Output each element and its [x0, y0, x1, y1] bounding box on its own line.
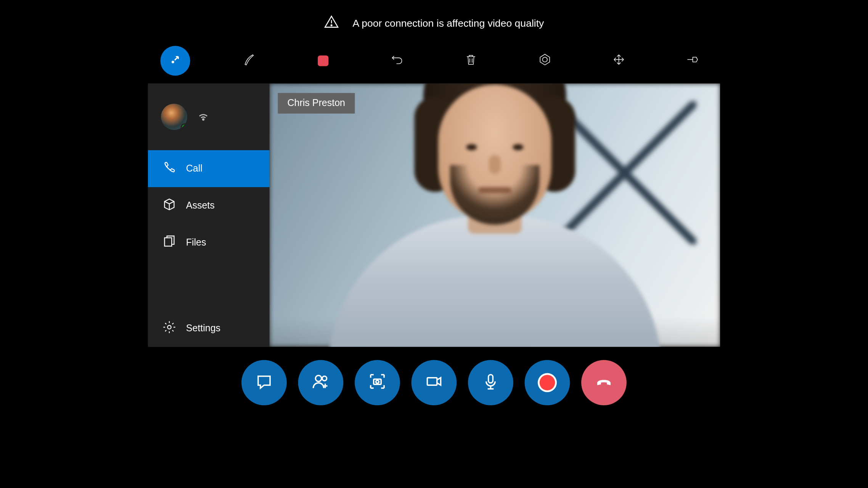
stop-icon: [318, 55, 328, 66]
pen-tool-button[interactable]: [234, 46, 264, 75]
svg-point-7: [203, 119, 204, 120]
svg-point-11: [322, 376, 327, 381]
record-icon: [540, 375, 555, 390]
annotation-toolbar: [0, 43, 868, 79]
pin-icon: [686, 53, 700, 69]
camera-capture-icon: [368, 372, 386, 393]
pointer-arrow-icon: [168, 53, 183, 69]
sidebar: ✓ Call: [148, 83, 270, 347]
video-feed: Chris Preston: [270, 83, 720, 347]
sidebar-item-call[interactable]: Call: [148, 150, 270, 187]
hang-up-icon: [595, 372, 613, 393]
mic-toggle-button[interactable]: [468, 360, 513, 405]
video-icon: [425, 372, 443, 393]
trash-icon: [464, 53, 478, 69]
add-user-icon: [312, 372, 330, 393]
svg-marker-5: [540, 54, 550, 65]
participant-video: [340, 96, 650, 347]
call-controls: [0, 360, 868, 405]
pointer-tool-button[interactable]: [161, 46, 190, 75]
avatar: ✓: [161, 104, 187, 130]
pin-tool-button[interactable]: [678, 46, 707, 75]
undo-tool-button[interactable]: [382, 46, 412, 75]
aperture-icon: [538, 53, 552, 69]
gear-icon: [162, 320, 177, 337]
profile-area[interactable]: ✓: [148, 83, 270, 150]
svg-point-1: [331, 25, 333, 26]
svg-point-9: [167, 326, 171, 329]
aperture-tool-button[interactable]: [530, 46, 560, 75]
sidebar-nav: Call Assets Files: [148, 150, 270, 347]
status-online-icon: ✓: [181, 124, 187, 130]
sidebar-item-label: Files: [186, 237, 206, 248]
undo-icon: [390, 53, 404, 69]
expand-tool-button[interactable]: [604, 46, 634, 75]
stop-tool-button[interactable]: [308, 46, 338, 75]
sidebar-item-files[interactable]: Files: [148, 224, 270, 261]
svg-rect-15: [489, 375, 493, 383]
svg-rect-8: [164, 238, 172, 246]
svg-point-6: [543, 57, 548, 62]
warning-icon: [324, 14, 340, 33]
connection-warning: A poor connection is affecting video qua…: [0, 14, 868, 33]
warning-text: A poor connection is affecting video qua…: [353, 18, 544, 29]
expand-icon: [612, 53, 626, 69]
end-call-button[interactable]: [581, 360, 627, 405]
screenshot-button[interactable]: [355, 360, 400, 405]
sidebar-item-label: Assets: [186, 200, 215, 211]
pen-icon: [242, 53, 257, 69]
sidebar-item-label: Call: [186, 163, 203, 174]
app-window: ✓ Call: [148, 83, 720, 347]
delete-tool-button[interactable]: [456, 46, 486, 75]
chat-button[interactable]: [241, 360, 287, 405]
phone-icon: [162, 161, 177, 177]
sidebar-item-assets[interactable]: Assets: [148, 187, 270, 224]
wifi-icon: [197, 109, 210, 125]
svg-point-10: [315, 376, 321, 382]
sidebar-item-label: Settings: [186, 323, 220, 334]
record-button[interactable]: [525, 360, 570, 405]
sidebar-item-settings[interactable]: Settings: [148, 310, 270, 347]
video-toggle-button[interactable]: [411, 360, 457, 405]
participant-name-tag: Chris Preston: [278, 93, 355, 113]
files-icon: [162, 234, 177, 251]
add-participant-button[interactable]: [298, 360, 344, 405]
chat-icon: [255, 372, 273, 393]
svg-point-13: [376, 380, 379, 384]
package-icon: [162, 197, 177, 214]
svg-point-2: [172, 61, 174, 63]
svg-rect-14: [427, 378, 437, 385]
microphone-icon: [482, 372, 500, 393]
